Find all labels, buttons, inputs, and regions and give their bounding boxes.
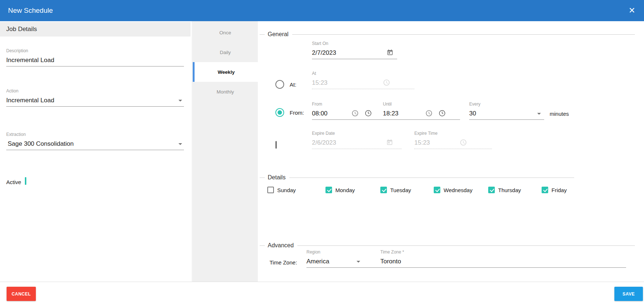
sunday-label: Sunday <box>277 187 296 193</box>
tuesday-checkbox[interactable] <box>380 187 387 193</box>
day-checkbox-friday[interactable]: Friday <box>542 187 567 193</box>
at-time-field: At 15:23 <box>312 71 414 89</box>
general-legend: General <box>260 31 635 38</box>
expire-checkbox[interactable] <box>275 141 277 149</box>
clock-icon[interactable] <box>460 139 467 146</box>
dialog-footer <box>0 282 644 305</box>
until-time-field: Until 18:23 <box>383 102 460 120</box>
friday-label: Friday <box>551 187 567 193</box>
every-value: 30 <box>469 110 476 117</box>
day-checkbox-thursday[interactable]: Thursday <box>488 187 521 193</box>
legend-line <box>289 178 574 178</box>
from-radio[interactable] <box>275 108 284 117</box>
chevron-down-icon <box>178 100 182 102</box>
tab-monthly[interactable]: Monthly <box>193 82 258 102</box>
until-time-input[interactable]: 18:23 <box>383 107 460 120</box>
expire-time-value: 15:23 <box>414 139 430 146</box>
extraction-field: Extraction Sage 300 Consolidation <box>6 132 184 150</box>
extraction-label: Extraction <box>6 132 184 138</box>
thursday-label: Thursday <box>498 187 521 193</box>
timezone-label: Time Zone * <box>380 249 626 255</box>
clock-icon[interactable] <box>438 110 446 117</box>
start-on-input[interactable]: 2/7/2023 <box>312 47 397 59</box>
advanced-legend-text: Advanced <box>268 242 294 249</box>
at-radio[interactable] <box>275 80 284 89</box>
new-schedule-dialog: New Schedule ✕ Job Details Description I… <box>0 0 644 305</box>
tab-daily-label: Daily <box>220 50 231 55</box>
expire-time-input[interactable]: 15:23 <box>414 137 492 149</box>
cancel-button[interactable]: CANCEL <box>7 287 36 301</box>
monday-checkbox[interactable] <box>325 187 332 193</box>
wednesday-label: Wednesday <box>444 187 472 193</box>
calendar-icon[interactable] <box>386 139 393 146</box>
tuesday-label: Tuesday <box>390 187 411 193</box>
action-label: Action <box>6 88 184 94</box>
extraction-select[interactable]: Sage 300 Consolidation <box>6 138 184 150</box>
expire-date-value: 2/6/2023 <box>312 139 336 146</box>
timezone-input[interactable]: Toronto <box>380 255 626 268</box>
at-time-input[interactable]: 15:23 <box>312 77 414 89</box>
expire-time-label: Expire Time <box>414 131 492 137</box>
wednesday-checkbox[interactable] <box>434 187 440 193</box>
day-checkbox-sunday[interactable]: Sunday <box>267 187 296 193</box>
clock-icon[interactable] <box>383 79 390 86</box>
every-select[interactable]: 30 <box>469 107 544 120</box>
tab-monthly-label: Monthly <box>216 89 234 95</box>
legend-line <box>292 34 635 35</box>
chevron-down-icon <box>178 143 182 145</box>
expire-time-field: Expire Time 15:23 <box>414 131 492 149</box>
action-value: Incremental Load <box>6 97 54 104</box>
description-input[interactable]: Incremental Load <box>6 54 184 66</box>
tab-once-label: Once <box>219 30 231 35</box>
expire-date-input[interactable]: 2/6/2023 <box>312 137 402 149</box>
tab-once[interactable]: Once <box>193 23 258 42</box>
minutes-label: minutes <box>550 111 569 117</box>
chevron-down-icon <box>357 261 360 263</box>
start-on-field: Start On 2/7/2023 <box>312 41 397 59</box>
every-label: Every <box>469 102 544 107</box>
tab-weekly[interactable]: Weekly <box>193 62 258 82</box>
monday-label: Monday <box>335 187 355 193</box>
day-checkbox-tuesday[interactable]: Tuesday <box>380 187 411 193</box>
clock-icon[interactable] <box>365 110 372 117</box>
dialog-header: New Schedule ✕ <box>0 0 644 21</box>
details-legend: Details <box>260 174 574 181</box>
from-radio-label: From: <box>290 110 304 116</box>
thursday-checkbox[interactable] <box>488 187 495 193</box>
active-checkbox[interactable] <box>25 177 26 185</box>
region-value: America <box>306 258 329 265</box>
friday-checkbox[interactable] <box>542 187 548 193</box>
dialog-title: New Schedule <box>8 7 53 15</box>
action-select[interactable]: Incremental Load <box>6 94 184 107</box>
every-field: Every 30 <box>469 102 544 120</box>
description-field: Description Incremental Load <box>6 48 184 66</box>
job-details-header: Job Details <box>0 22 191 37</box>
job-details-title: Job Details <box>6 26 37 33</box>
description-value: Incremental Load <box>6 57 54 64</box>
tab-daily[interactable]: Daily <box>193 42 258 62</box>
from-time-value: 08:00 <box>312 110 328 117</box>
legend-dash <box>260 34 265 35</box>
timezone-field: Time Zone * Toronto <box>380 249 626 268</box>
until-time-value: 18:23 <box>383 110 399 117</box>
until-time-label: Until <box>383 102 460 107</box>
start-on-label: Start On <box>312 41 397 47</box>
at-time-value: 15:23 <box>312 79 328 87</box>
close-icon[interactable]: ✕ <box>626 5 637 16</box>
at-radio-label: At: <box>290 81 296 88</box>
legend-dash <box>260 245 265 246</box>
day-checkbox-wednesday[interactable]: Wednesday <box>434 187 472 193</box>
chevron-down-icon <box>537 113 541 115</box>
extraction-value: Sage 300 Consolidation <box>8 140 74 148</box>
advanced-legend: Advanced <box>260 242 635 249</box>
details-legend-text: Details <box>268 174 286 181</box>
general-legend-text: General <box>268 31 289 38</box>
clock-icon[interactable] <box>425 110 433 117</box>
clock-icon[interactable] <box>351 110 359 117</box>
sunday-checkbox[interactable] <box>267 187 274 193</box>
day-checkbox-monday[interactable]: Monday <box>325 187 355 193</box>
save-button[interactable]: SAVE <box>614 287 643 301</box>
timezone-row-label: Time Zone: <box>270 259 297 266</box>
active-label: Active <box>6 179 21 185</box>
calendar-icon[interactable] <box>387 49 393 56</box>
